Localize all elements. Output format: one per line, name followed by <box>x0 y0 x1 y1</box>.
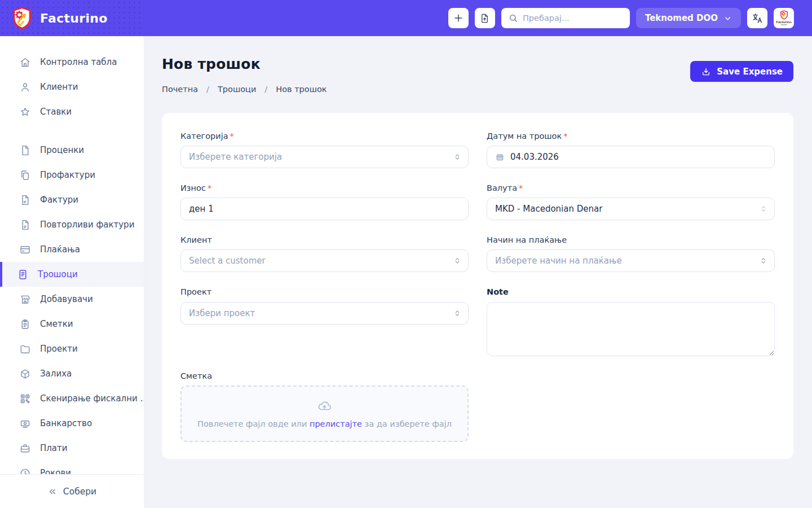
note-label: Note <box>487 287 775 297</box>
sidebar-item-suppliers[interactable]: Добавувачи <box>0 287 144 312</box>
sidebar-item-deadlines[interactable]: Рокови <box>0 461 144 474</box>
sidebar-item-projects[interactable]: Проекти <box>0 336 144 361</box>
sidebar-item-payroll[interactable]: Плати <box>0 436 144 461</box>
sidebar-collapse-button[interactable]: Собери <box>0 474 144 508</box>
plus-icon <box>453 12 464 24</box>
chevron-down-icon <box>723 14 732 23</box>
customer-select[interactable]: Select a customer <box>180 249 469 272</box>
clipboard-icon <box>19 318 32 330</box>
breadcrumb-home[interactable]: Почетна <box>162 85 198 94</box>
field-project: Проект Избери проект <box>180 287 469 356</box>
calendar-icon <box>495 152 505 162</box>
sidebar-item-dashboard[interactable]: Контролна табла <box>0 50 144 75</box>
sidebar-item-label: Проекти <box>40 344 78 354</box>
project-placeholder: Избери проект <box>189 308 255 318</box>
new-document-button[interactable] <box>448 8 469 28</box>
sidebar-item-label: Плаќања <box>40 244 80 255</box>
payment-method-select[interactable]: Изберете начин на плаќање <box>487 249 775 272</box>
chevron-updown-icon <box>759 256 768 265</box>
payment-method-placeholder: Изберете начин на плаќање <box>495 256 622 266</box>
breadcrumb-current: Нов трошок <box>276 85 326 94</box>
sidebar-item-recurring-invoices[interactable]: Повторливи фактури <box>0 212 144 237</box>
required-marker: * <box>519 183 523 192</box>
sidebar-item-items[interactable]: Ставки <box>0 99 144 124</box>
field-category: Категорија* Изберете категорија <box>180 131 469 168</box>
sidebar-item-label: Клиенти <box>40 82 78 92</box>
sidebar-item-customers[interactable]: Клиенти <box>0 75 144 99</box>
breadcrumb: Почетна / Трошоци / Нов трошок <box>162 85 327 94</box>
package-icon <box>19 368 32 380</box>
browse-file-link[interactable]: прелистајте <box>310 419 362 428</box>
double-chevron-left-icon <box>47 487 58 497</box>
note-textarea[interactable] <box>487 302 775 356</box>
store-icon <box>19 294 32 305</box>
customer-placeholder: Select a customer <box>189 256 266 266</box>
translate-icon <box>752 12 764 24</box>
sidebar-item-label: Проценки <box>40 145 84 155</box>
project-label: Проект <box>180 287 469 297</box>
sidebar-item-label: Ставки <box>40 107 72 117</box>
brand[interactable]: Facturino <box>0 0 144 36</box>
amount-input[interactable]: ден 1 <box>180 198 469 220</box>
credit-card-icon <box>19 244 32 256</box>
expense-date-input[interactable]: 04.03.2026 <box>487 146 775 168</box>
search-icon <box>508 13 518 23</box>
main-content: Нов трошок Почетна / Трошоци / Нов трошо… <box>144 0 812 459</box>
brand-name: Facturino <box>40 11 108 25</box>
sidebar-item-proforma-invoices[interactable]: Профактури <box>0 163 144 187</box>
home-icon <box>19 56 32 68</box>
sidebar-item-bills[interactable]: Сметки <box>0 312 144 336</box>
sidebar-item-estimates[interactable]: Проценки <box>0 138 144 163</box>
search-input[interactable] <box>523 14 623 23</box>
facturino-badge-icon <box>779 10 789 20</box>
expense-date-label: Датум на трошок* <box>487 131 775 141</box>
payment-method-label: Начин на плаќање <box>487 235 775 245</box>
sidebar-item-banking[interactable]: Банкарство <box>0 411 144 436</box>
sidebar-item-expenses[interactable]: Трошоци <box>0 262 144 287</box>
sidebar-item-label: Залиха <box>40 369 72 379</box>
page-head: Нов трошок Почетна / Трошоци / Нов трошо… <box>162 56 793 94</box>
expense-date-value: 04.03.2026 <box>510 152 559 162</box>
sidebar-item-label: Повторливи фактури <box>40 220 134 230</box>
app-header: Facturino Teknomed DOO <box>0 0 812 36</box>
file-icon <box>19 144 32 156</box>
sidebar-item-label: Добавувачи <box>40 294 93 304</box>
breadcrumb-separator: / <box>264 85 267 94</box>
sidebar-item-invoices[interactable]: Фактури <box>0 187 144 212</box>
dropzone-text: Повлечете фајл овде или прелистајте за д… <box>197 419 452 428</box>
save-expense-button[interactable]: Save Expense <box>690 61 793 82</box>
save-icon <box>701 67 711 77</box>
sidebar-item-label: Фактури <box>40 195 78 205</box>
sidebar-item-label: Профактури <box>40 170 95 180</box>
file-repeat-icon <box>19 219 32 231</box>
sidebar-item-payments[interactable]: Плаќања <box>0 237 144 262</box>
category-label: Категорија* <box>180 131 469 141</box>
amount-label: Износ* <box>180 183 469 193</box>
currency-select[interactable]: MKD - Macedonian Denar <box>487 198 775 220</box>
company-switcher[interactable]: Teknomed DOO <box>636 8 741 28</box>
sidebar-item-label: Сметки <box>40 319 73 329</box>
sidebar-item-inventory[interactable]: Залиха <box>0 361 144 386</box>
briefcase-icon <box>19 443 32 454</box>
user-icon <box>19 81 32 93</box>
breadcrumb-separator: / <box>206 85 209 94</box>
sidebar-item-scan-fiscal-receipts[interactable]: Скенирање фискални ... <box>0 386 144 411</box>
receipt-label: Сметка <box>180 371 469 381</box>
project-select[interactable]: Избери проект <box>180 302 469 325</box>
account-logo-subtext: ■■■■■ <box>781 24 787 27</box>
breadcrumb-expenses[interactable]: Трошоци <box>218 85 256 94</box>
collapse-label: Собери <box>63 487 96 497</box>
page-title: Нов трошок <box>162 56 327 72</box>
customer-label: Клиент <box>180 235 469 245</box>
expense-form-card: Категорија* Изберете категорија Датум на… <box>162 113 793 459</box>
account-logo-button[interactable]: Facturino ■■■■■ <box>774 8 794 28</box>
category-select[interactable]: Изберете категорија <box>180 146 469 168</box>
import-document-button[interactable] <box>475 8 495 28</box>
currency-label: Валута* <box>487 183 775 193</box>
receipt-dropzone[interactable]: Повлечете фајл овде или прелистајте за д… <box>180 386 469 442</box>
header-actions: Teknomed DOO Facturin <box>448 8 812 28</box>
receipt-icon <box>17 269 29 281</box>
language-switcher-button[interactable] <box>747 8 767 28</box>
folder-icon <box>19 343 32 355</box>
field-note: Note <box>487 287 775 356</box>
